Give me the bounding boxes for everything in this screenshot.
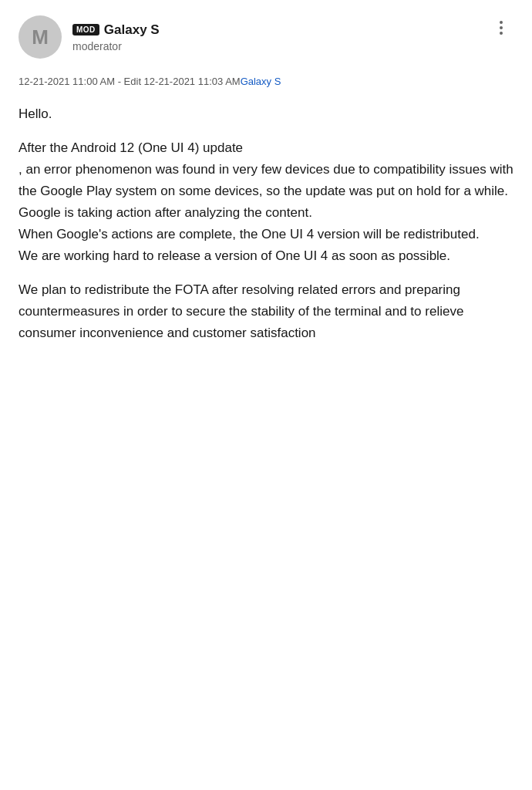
dot-1: [500, 21, 503, 24]
galaxy-link[interactable]: Galaxy S: [241, 76, 281, 87]
post-body: Hello. After the Android 12 (One UI 4) u…: [19, 103, 513, 344]
user-role: moderator: [72, 40, 160, 52]
dot-2: [500, 26, 503, 29]
user-info: MOD Galaxy S moderator: [72, 22, 160, 52]
post-container: M MOD Galaxy S moderator 12-21-2021 11:0…: [0, 0, 532, 360]
mod-badge: MOD: [72, 24, 99, 35]
user-name-row: MOD Galaxy S: [72, 22, 160, 38]
body-paragraph-2: After the Android 12 (One UI 4) update, …: [19, 137, 513, 267]
username[interactable]: Galaxy S: [104, 22, 160, 38]
post-meta: 12-21-2021 11:00 AM - Edit 12-21-2021 11…: [19, 74, 513, 89]
post-header: M MOD Galaxy S moderator: [19, 15, 513, 59]
timestamp: 12-21-2021 11:00 AM - Edit 12-21-2021 11…: [19, 76, 241, 87]
dot-3: [500, 32, 503, 35]
post-header-left: M MOD Galaxy S moderator: [19, 15, 160, 59]
avatar: M: [19, 15, 62, 59]
body-paragraph-1: Hello.: [19, 103, 513, 125]
body-paragraph-3: We plan to redistribute the FOTA after r…: [19, 279, 513, 344]
avatar-letter: M: [32, 25, 49, 49]
more-options-button[interactable]: [489, 15, 513, 40]
